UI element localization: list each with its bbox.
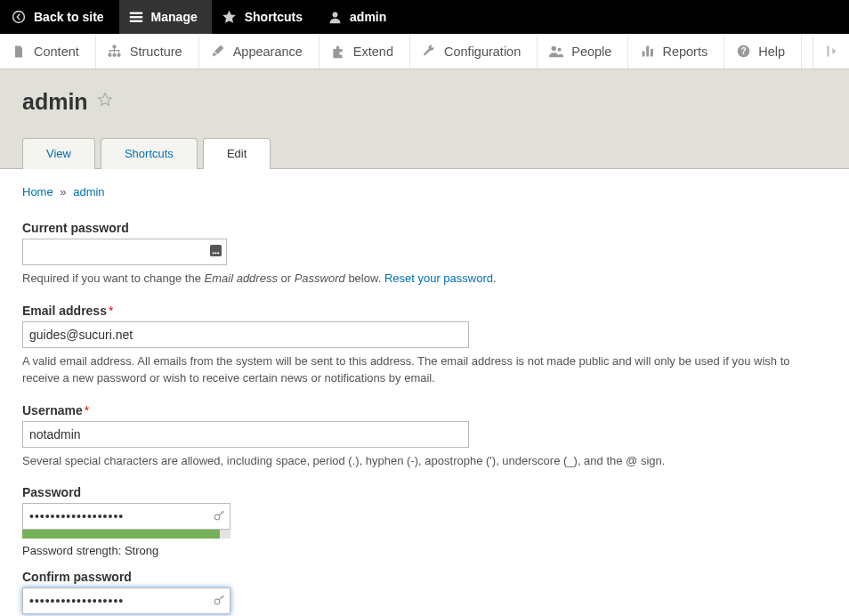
svg-rect-16 xyxy=(827,46,829,57)
required-marker: * xyxy=(83,403,89,417)
paintbrush-icon xyxy=(210,44,226,60)
svg-point-10 xyxy=(558,47,562,51)
confirm-password-input[interactable] xyxy=(22,588,230,614)
breadcrumb-current[interactable]: admin xyxy=(73,185,104,199)
toolbar-people[interactable]: People xyxy=(538,34,628,69)
user-icon xyxy=(327,9,343,25)
key-icon xyxy=(214,594,225,608)
svg-rect-17 xyxy=(210,245,222,256)
shortcuts-label: Shortcuts xyxy=(245,10,303,24)
tab-edit[interactable]: Edit xyxy=(203,138,271,169)
email-description: A valid email address. All emails from t… xyxy=(22,353,827,387)
shortcuts-button[interactable]: Shortcuts xyxy=(213,0,318,34)
confirm-password-label: Confirm password xyxy=(22,570,827,584)
email-label: Email address* xyxy=(22,304,827,318)
key-icon xyxy=(214,509,225,523)
toolbar-help[interactable]: ? Help xyxy=(724,34,802,69)
breadcrumb-sep: » xyxy=(56,185,69,199)
password-strength-text: Password strength: Strong xyxy=(22,544,827,557)
toolbar-structure[interactable]: Structure xyxy=(96,34,199,69)
current-password-label: Current password xyxy=(22,221,827,235)
user-button[interactable]: admin xyxy=(318,0,401,34)
svg-point-22 xyxy=(214,599,220,604)
toolbar-configuration-label: Configuration xyxy=(444,45,521,59)
tab-shortcuts[interactable]: Shortcuts xyxy=(101,138,198,169)
wrench-icon xyxy=(421,44,437,60)
form-item-confirm-password: Confirm password Passwords match: yes xyxy=(22,570,827,616)
email-input[interactable] xyxy=(22,321,469,348)
chevron-left-circle-icon xyxy=(11,9,27,25)
toolbar-structure-label: Structure xyxy=(130,45,182,59)
password-manager-icon[interactable] xyxy=(210,245,222,259)
username-description: Several special characters are allowed, … xyxy=(22,453,827,470)
hamburger-icon xyxy=(128,9,144,25)
current-password-description: Required if you want to change the Email… xyxy=(22,271,827,288)
svg-rect-2 xyxy=(129,16,142,18)
reset-password-link[interactable]: Reset your password xyxy=(384,272,493,285)
tabs: View Shortcuts Edit xyxy=(22,138,827,168)
form-item-username: Username* Several special characters are… xyxy=(22,403,827,470)
document-icon xyxy=(11,44,27,60)
username-label: Username* xyxy=(22,403,827,417)
toolbar-reports[interactable]: Reports xyxy=(628,34,724,69)
form-item-password: Password Password strength: Strong xyxy=(22,485,827,557)
svg-point-21 xyxy=(214,515,220,520)
hierarchy-icon xyxy=(107,44,123,60)
svg-point-7 xyxy=(113,53,117,57)
svg-text:?: ? xyxy=(740,46,746,56)
people-icon xyxy=(548,44,564,60)
breadcrumb: Home » admin xyxy=(22,185,827,199)
username-input[interactable] xyxy=(22,421,469,448)
password-strength-fill xyxy=(22,530,220,539)
svg-point-8 xyxy=(117,53,121,57)
password-label: Password xyxy=(22,485,827,499)
page-title: admin xyxy=(22,89,88,115)
svg-point-18 xyxy=(213,252,214,254)
toolbar-appearance-label: Appearance xyxy=(233,45,303,59)
back-to-site-label: Back to site xyxy=(34,10,104,24)
bar-chart-icon xyxy=(639,44,655,60)
password-input[interactable] xyxy=(22,503,230,530)
star-icon xyxy=(222,9,238,25)
page-title-row: admin xyxy=(22,89,827,133)
current-password-input[interactable] xyxy=(22,239,227,265)
svg-point-9 xyxy=(552,45,556,50)
form-item-current-password: Current password Required if you want to… xyxy=(22,221,827,288)
svg-rect-12 xyxy=(646,46,649,57)
toolbar-content[interactable]: Content xyxy=(0,34,96,69)
admin-toolbar: Content Structure Appearance Extend Conf… xyxy=(0,34,849,69)
toolbar-configuration[interactable]: Configuration xyxy=(410,34,538,69)
svg-point-5 xyxy=(113,45,117,48)
toolbar-extend-label: Extend xyxy=(353,45,393,59)
toolbar-content-label: Content xyxy=(34,45,79,59)
breadcrumb-home[interactable]: Home xyxy=(22,185,53,199)
svg-point-20 xyxy=(217,252,219,254)
toolbar-orientation-toggle[interactable] xyxy=(813,34,849,69)
star-outline-icon[interactable] xyxy=(97,92,113,112)
toolbar-help-label: Help xyxy=(758,45,785,59)
help-icon: ? xyxy=(735,44,751,60)
svg-rect-13 xyxy=(651,49,653,57)
puzzle-icon xyxy=(330,44,346,60)
toolbar-appearance[interactable]: Appearance xyxy=(199,34,319,69)
svg-rect-11 xyxy=(642,52,644,57)
manage-button[interactable]: Manage xyxy=(119,0,213,34)
toolbar-people-label: People xyxy=(571,45,611,59)
topbar: Back to site Manage Shortcuts admin xyxy=(0,0,849,34)
arrow-left-drag-icon xyxy=(823,44,839,60)
svg-rect-3 xyxy=(129,20,142,22)
manage-label: Manage xyxy=(151,10,198,24)
svg-point-6 xyxy=(109,53,112,57)
toolbar-spacer xyxy=(802,34,813,69)
svg-point-4 xyxy=(332,12,337,17)
form-item-email: Email address* A valid email address. Al… xyxy=(22,304,827,387)
user-label: admin xyxy=(350,10,386,24)
title-region: admin View Shortcuts Edit xyxy=(0,69,849,169)
tab-view[interactable]: View xyxy=(22,138,95,169)
toolbar-extend[interactable]: Extend xyxy=(319,34,410,69)
content: Home » admin Current password Required i… xyxy=(0,169,849,616)
toolbar-reports-label: Reports xyxy=(662,45,708,59)
required-marker: * xyxy=(107,304,113,318)
back-to-site-button[interactable]: Back to site xyxy=(0,0,119,34)
password-strength-bar xyxy=(22,530,230,539)
